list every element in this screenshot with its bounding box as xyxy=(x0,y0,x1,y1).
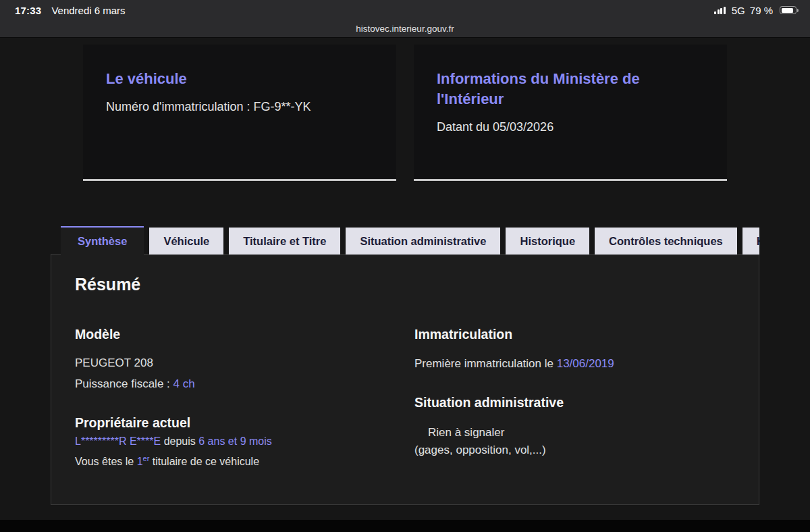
situation-detail: (gages, opposition, vol,...) xyxy=(414,443,745,458)
owner-masked-name: L*********R E****E xyxy=(75,435,161,447)
cellular-signal-icon xyxy=(714,7,726,14)
ministry-card-title: Informations du Ministère de l'Intérieur xyxy=(437,69,704,109)
vehicle-card: Le véhicule Numéro d'immatriculation : F… xyxy=(83,45,396,181)
tab-kilometrage[interactable]: Kilométrage xyxy=(742,228,759,255)
bottom-strip xyxy=(0,520,810,532)
rank-prefix: Vous êtes le xyxy=(75,456,134,467)
model-name: PEUGEOT 208 xyxy=(75,356,396,370)
tab-titulaire-et-titre[interactable]: Titulaire et Titre xyxy=(229,228,340,255)
summary-left-column: Modèle PEUGEOT 208 Puissance fiscale : 4… xyxy=(75,327,396,469)
resume-heading: Résumé xyxy=(75,275,140,294)
first-registration-date: 13/06/2019 xyxy=(557,357,614,370)
vehicle-plate-line: Numéro d'immatriculation : FG-9**-YK xyxy=(106,99,373,115)
ministry-date-line: Datant du 05/03/2026 xyxy=(437,119,704,135)
fiscal-power-value: 4 ch xyxy=(173,377,195,390)
synthese-panel: Résumé Modèle PEUGEOT 208 Puissance fisc… xyxy=(51,254,759,505)
rank-ordinal: er xyxy=(143,454,150,462)
tab-vehicule[interactable]: Véhicule xyxy=(149,228,223,255)
ministry-card: Informations du Ministère de l'Intérieur… xyxy=(414,45,727,181)
ipad-screen: 17:33 Vendredi 6 mars 5G 79 % histovec.i… xyxy=(0,0,810,532)
status-bar: 17:33 Vendredi 6 mars 5G 79 % xyxy=(0,0,810,20)
url-text[interactable]: histovec.interieur.gouv.fr xyxy=(356,24,454,34)
status-date: Vendredi 6 mars xyxy=(51,5,125,16)
first-registration-line: Première immatriculation le 13/06/2019 xyxy=(414,356,745,371)
rank-suffix: titulaire de ce véhicule xyxy=(149,456,259,467)
battery-icon xyxy=(780,6,796,14)
network-type-label: 5G xyxy=(732,5,745,16)
situation-status: Rien à signaler xyxy=(428,425,745,440)
fiscal-power-label: Puissance fiscale : xyxy=(75,377,170,390)
owner-since-value: 6 ans et 9 mois xyxy=(198,435,272,447)
battery-percent-label: 79 % xyxy=(750,5,773,16)
url-bar[interactable]: histovec.interieur.gouv.fr xyxy=(0,20,810,38)
immatriculation-heading: Immatriculation xyxy=(414,327,745,342)
modele-heading: Modèle xyxy=(75,327,396,342)
status-bar-right: 5G 79 % xyxy=(714,5,799,16)
first-registration-label: Première immatriculation le xyxy=(414,357,554,370)
summary-right-column: Immatriculation Première immatriculation… xyxy=(414,327,745,458)
status-time: 17:33 xyxy=(15,5,41,16)
owner-heading: Propriétaire actuel xyxy=(75,415,396,431)
tab-synthese[interactable]: Synthèse xyxy=(61,226,144,255)
status-bar-left: 17:33 Vendredi 6 mars xyxy=(15,5,126,16)
tab-historique[interactable]: Historique xyxy=(506,228,589,255)
tab-situation-administrative[interactable]: Situation administrative xyxy=(346,228,500,255)
fiscal-power-line: Puissance fiscale : 4 ch xyxy=(75,377,396,391)
rank-number: 1 xyxy=(137,456,143,467)
situation-heading: Situation administrative xyxy=(414,395,745,410)
owner-rank-line: Vous êtes le 1er titulaire de ce véhicul… xyxy=(75,452,396,469)
tab-bar: Synthèse Véhicule Titulaire et Titre Sit… xyxy=(51,226,759,255)
owner-since-label: depuis xyxy=(164,435,196,447)
tab-controles-techniques[interactable]: Contrôles techniques xyxy=(595,228,737,255)
vehicle-card-title: Le véhicule xyxy=(106,69,373,89)
page-content: Le véhicule Numéro d'immatriculation : F… xyxy=(0,38,810,520)
owner-line: L*********R E****E depuis 6 ans et 9 moi… xyxy=(75,435,396,448)
